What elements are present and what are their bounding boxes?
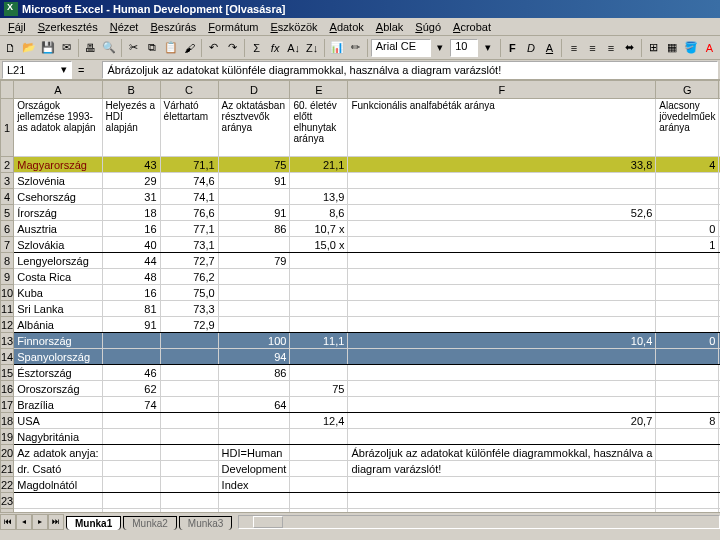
cell[interactable]: Az adatok anyja: (14, 445, 102, 461)
sheet-tab-munka1[interactable]: Munka1 (66, 516, 121, 530)
cell[interactable]: 94 (218, 349, 290, 365)
row-header-5[interactable]: 5 (1, 205, 14, 221)
row-header-24[interactable]: 24 (1, 509, 14, 513)
cut-icon[interactable]: ✂ (125, 38, 143, 58)
row-header-8[interactable]: 8 (1, 253, 14, 269)
cell[interactable] (102, 333, 160, 349)
cell[interactable]: 8 (656, 413, 719, 429)
select-all-corner[interactable] (1, 81, 14, 99)
cell[interactable]: 62 (102, 381, 160, 397)
cell[interactable]: 4 (656, 157, 719, 173)
cell[interactable]: 33,8 (348, 157, 656, 173)
cell[interactable]: 74 (102, 397, 160, 413)
row-header-6[interactable]: 6 (1, 221, 14, 237)
cell[interactable]: Albánia (14, 317, 102, 333)
cell[interactable] (656, 477, 719, 493)
cell[interactable] (160, 445, 218, 461)
cell[interactable] (656, 317, 719, 333)
cell[interactable]: 15,0 x (290, 237, 348, 253)
cell[interactable]: 44 (102, 253, 160, 269)
function-icon[interactable]: fx (266, 38, 284, 58)
row-header-21[interactable]: 21 (1, 461, 14, 477)
cell[interactable] (218, 317, 290, 333)
merge-icon[interactable]: ⬌ (621, 38, 639, 58)
row-header-2[interactable]: 2 (1, 157, 14, 173)
cell[interactable]: Csehország (14, 189, 102, 205)
cell[interactable]: Ausztria (14, 221, 102, 237)
cell[interactable]: 86 (218, 221, 290, 237)
cell[interactable]: Ábrázoljuk az adatokat különféle diagram… (348, 445, 656, 461)
cell[interactable] (290, 445, 348, 461)
cell[interactable] (218, 301, 290, 317)
cell[interactable] (160, 365, 218, 381)
cell[interactable] (160, 381, 218, 397)
row-header-9[interactable]: 9 (1, 269, 14, 285)
row-header-15[interactable]: 15 (1, 365, 14, 381)
cell[interactable]: 31 (102, 189, 160, 205)
cell[interactable]: 73,1 (160, 237, 218, 253)
cell[interactable]: diagram varázslót! (348, 461, 656, 477)
cell[interactable] (102, 413, 160, 429)
cell[interactable]: 100 (218, 333, 290, 349)
menubar[interactable]: FájlSzerkesztésNézetBeszúrásFormátumEszk… (0, 18, 720, 36)
tab-nav-next-icon[interactable]: ▸ (32, 514, 48, 530)
cell[interactable]: 0 (656, 333, 719, 349)
cell[interactable]: 8,6 (290, 205, 348, 221)
menu-formátum[interactable]: Formátum (202, 21, 264, 33)
menu-adatok[interactable]: Adatok (324, 21, 370, 33)
cell[interactable]: 91 (218, 173, 290, 189)
menu-súgó[interactable]: Súgó (409, 21, 447, 33)
cell[interactable] (218, 285, 290, 301)
font-select[interactable]: Arial CE (371, 39, 431, 57)
size-select[interactable]: 10 (450, 39, 478, 57)
cell[interactable]: Spanyolország (14, 349, 102, 365)
cell[interactable] (160, 429, 218, 445)
format-painter-icon[interactable]: 🖌 (181, 38, 199, 58)
cell[interactable]: 73,3 (160, 301, 218, 317)
cell[interactable] (348, 269, 656, 285)
cell[interactable]: 52,6 (348, 205, 656, 221)
cell[interactable] (160, 349, 218, 365)
cell[interactable] (14, 509, 102, 513)
cell[interactable]: Development (218, 461, 290, 477)
cell[interactable] (160, 413, 218, 429)
cell[interactable]: Országok jellemzése 1993-as adatok alapj… (14, 99, 102, 157)
cell[interactable]: Lengyelország (14, 253, 102, 269)
cell[interactable]: 79 (218, 253, 290, 269)
cell[interactable]: Szlovénia (14, 173, 102, 189)
cell[interactable] (218, 237, 290, 253)
col-header-G[interactable]: G (656, 81, 719, 99)
menu-eszközök[interactable]: Eszközök (264, 21, 323, 33)
cell[interactable]: 86 (218, 365, 290, 381)
cell[interactable] (218, 509, 290, 513)
cell[interactable]: 75 (290, 381, 348, 397)
cell[interactable]: 77,1 (160, 221, 218, 237)
row-header-3[interactable]: 3 (1, 173, 14, 189)
name-box[interactable]: L21 ▾ (2, 61, 72, 79)
cell[interactable] (348, 317, 656, 333)
cell[interactable]: Funkcionális analfabéták aránya (348, 99, 656, 157)
chart-icon[interactable]: 📊 (328, 38, 346, 58)
cell[interactable]: Írország (14, 205, 102, 221)
mail-icon[interactable]: ✉ (58, 38, 76, 58)
cell[interactable] (218, 189, 290, 205)
row-header-14[interactable]: 14 (1, 349, 14, 365)
cell[interactable]: 1 (656, 237, 719, 253)
tab-nav-prev-icon[interactable]: ◂ (16, 514, 32, 530)
cell[interactable] (656, 173, 719, 189)
cell[interactable]: USA (14, 413, 102, 429)
drawing-icon[interactable]: ✏ (346, 38, 364, 58)
cell[interactable]: Magyarország (14, 157, 102, 173)
cell[interactable]: Oroszország (14, 381, 102, 397)
fillcolor-icon[interactable]: 🪣 (682, 38, 700, 58)
cell[interactable]: Várható élettartam (160, 99, 218, 157)
cell[interactable] (14, 493, 102, 509)
cell[interactable]: 48 (102, 269, 160, 285)
size-dropdown-icon[interactable]: ▾ (479, 38, 497, 58)
cell[interactable]: 60. életév előtt elhunytak aránya (290, 99, 348, 157)
cell[interactable] (290, 365, 348, 381)
cell[interactable] (348, 509, 656, 513)
bold-icon[interactable]: F (504, 38, 522, 58)
cell[interactable]: 43 (102, 157, 160, 173)
print-icon[interactable]: 🖶 (82, 38, 100, 58)
